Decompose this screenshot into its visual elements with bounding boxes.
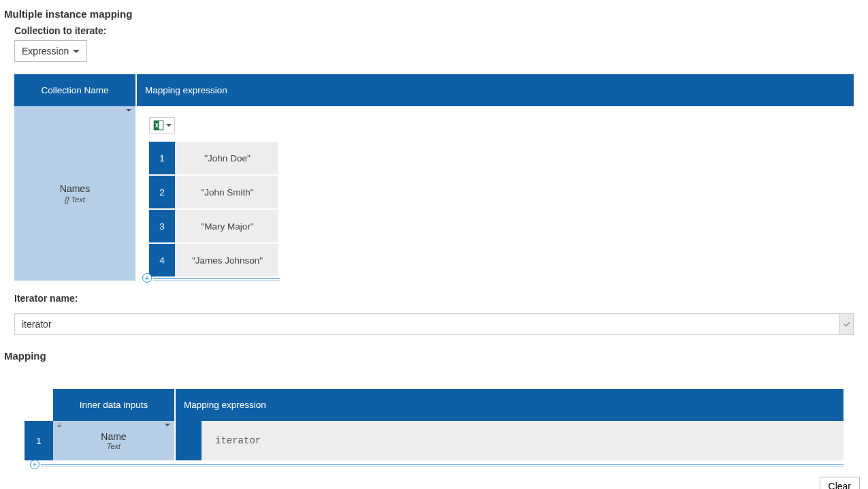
collection-to-iterate-value: Expression	[22, 46, 69, 57]
caret-down-icon	[126, 109, 131, 112]
collection-table-header-collection-name: Collection Name	[14, 74, 137, 106]
plus-icon: +	[142, 273, 152, 283]
iterator-name-input[interactable]	[14, 313, 840, 335]
mapping-row-index: 1	[25, 421, 53, 460]
section-title-mapping: Mapping	[4, 350, 864, 362]
inner-input-type: Text	[107, 442, 120, 450]
excel-icon	[152, 119, 165, 131]
collection-name-cell[interactable]: Names [] Text	[14, 106, 137, 281]
data-row-index: 1	[149, 142, 175, 174]
iterator-name-label: Iterator name:	[14, 293, 864, 304]
add-row-button[interactable]: +	[144, 278, 280, 281]
data-row-value[interactable]: "John Smith"	[176, 176, 278, 208]
mapping-table-header-inner-inputs: Inner data inputs	[53, 389, 176, 421]
data-row-value[interactable]: "John Doe"	[176, 142, 278, 174]
caret-down-icon	[73, 50, 80, 53]
caret-down-icon	[166, 124, 172, 127]
collection-to-iterate-dropdown[interactable]: Expression	[14, 40, 87, 62]
collection-table: Collection Name Mapping expression Names…	[14, 74, 854, 281]
data-row[interactable]: 3 "Mary Major"	[149, 210, 841, 242]
data-row[interactable]: 2 "John Smith"	[149, 176, 841, 208]
plus-icon: +	[30, 460, 39, 469]
mapping-table-header-mapping-expression: Mapping expression	[176, 389, 843, 421]
mapping-tools-sidebar[interactable]	[176, 421, 202, 460]
section-title-multiple-instance-mapping: Multiple instance mapping	[4, 8, 864, 20]
clear-button[interactable]: Clear	[820, 477, 860, 489]
data-row-index: 4	[149, 244, 175, 277]
collection-type-value: [] Text	[65, 195, 85, 204]
data-row[interactable]: 4 "James Johnson"	[149, 244, 841, 277]
mapping-table: Inner data inputs Mapping expression 1 ≡…	[25, 389, 843, 467]
mapping-expression-value[interactable]: iterator	[202, 421, 843, 460]
data-row-value[interactable]: "James Johnson"	[176, 244, 278, 277]
data-row-value[interactable]: "Mary Major"	[176, 210, 278, 242]
mapping-expression-cell[interactable]: 1 "John Doe" 2 "John Smith" 3 "Mary Majo…	[137, 106, 854, 281]
collection-table-header-mapping-expression: Mapping expression	[137, 74, 854, 106]
mapping-row: 1 ≡ Name Text iterator	[25, 421, 843, 460]
iterator-valid-indicator	[840, 313, 854, 335]
caret-down-icon	[165, 424, 170, 426]
add-mapping-row-button[interactable]: +	[31, 464, 843, 467]
drag-handle-icon[interactable]: ≡	[57, 423, 61, 428]
collection-name-value: Names	[60, 183, 90, 194]
collection-to-iterate-label: Collection to iterate:	[14, 25, 864, 36]
data-row[interactable]: 1 "John Doe"	[149, 142, 841, 174]
inner-input-name: Name	[101, 431, 126, 442]
spreadsheet-mode-toggle[interactable]	[149, 117, 175, 133]
data-row-index: 2	[149, 176, 175, 208]
check-icon	[843, 320, 851, 328]
inner-data-input-cell[interactable]: ≡ Name Text	[53, 421, 176, 460]
data-row-index: 3	[149, 210, 175, 242]
